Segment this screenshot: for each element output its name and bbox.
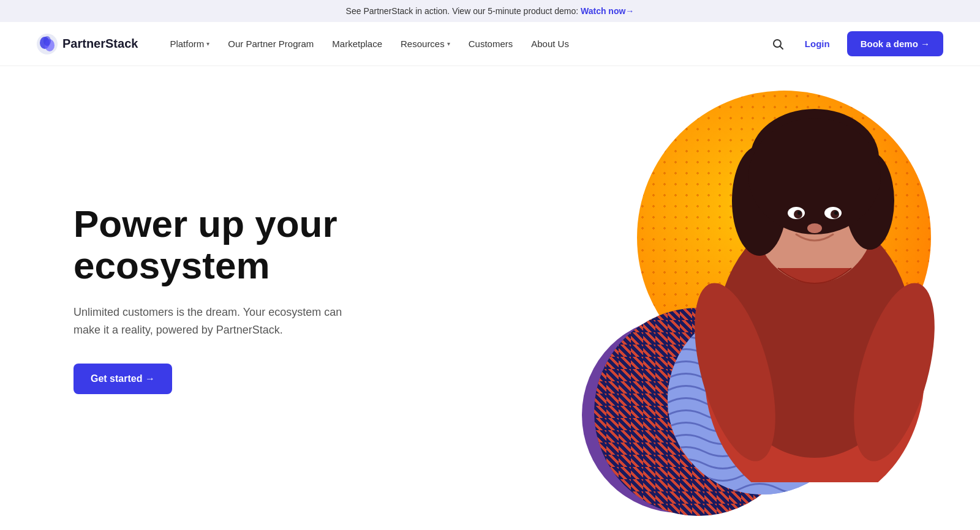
- nav-links: Platform ▾ Our Partner Program Marketpla…: [162, 34, 767, 54]
- svg-point-14: [748, 118, 881, 234]
- nav-item-customers[interactable]: Customers: [461, 34, 521, 54]
- chevron-down-icon: ▾: [447, 40, 450, 47]
- banner-link[interactable]: Watch now→: [581, 6, 634, 16]
- hero-section: Power up your ecosystem Unlimited custom…: [0, 66, 980, 530]
- nav-item-marketplace[interactable]: Marketplace: [325, 34, 390, 54]
- hero-subtitle: Unlimited customers is the dream. Your e…: [74, 304, 343, 339]
- nav-link-marketplace[interactable]: Marketplace: [325, 34, 390, 54]
- get-started-button[interactable]: Get started →: [74, 364, 172, 394]
- person-image: [674, 78, 956, 482]
- navigation: PartnerStack Platform ▾ Our Partner Prog…: [0, 22, 980, 66]
- nav-right: Login Book a demo →: [768, 31, 943, 56]
- book-demo-button[interactable]: Book a demo →: [847, 31, 943, 56]
- nav-link-resources[interactable]: Resources ▾: [393, 34, 458, 54]
- nav-link-customers[interactable]: Customers: [461, 34, 521, 54]
- logo-text: PartnerStack: [62, 37, 138, 51]
- hero-visual: [545, 78, 980, 519]
- hero-title: Power up your ecosystem: [74, 203, 343, 286]
- top-banner: See PartnerStack in action. View our 5-m…: [0, 0, 980, 22]
- svg-point-3: [43, 36, 51, 46]
- svg-line-5: [780, 46, 783, 49]
- nav-item-about-us[interactable]: About Us: [524, 34, 576, 54]
- svg-point-21: [807, 223, 822, 233]
- svg-point-20: [834, 211, 838, 215]
- search-icon: [772, 38, 784, 50]
- hero-content: Power up your ecosystem Unlimited custom…: [0, 166, 380, 431]
- svg-point-19: [797, 211, 801, 215]
- nav-link-about-us[interactable]: About Us: [524, 34, 576, 54]
- logo-icon: [37, 34, 58, 54]
- nav-item-resources[interactable]: Resources ▾: [393, 34, 458, 54]
- nav-link-platform[interactable]: Platform ▾: [162, 34, 217, 54]
- banner-text: See PartnerStack in action. View our 5-m…: [346, 6, 579, 16]
- chevron-down-icon: ▾: [206, 40, 209, 47]
- search-button[interactable]: [768, 34, 788, 54]
- nav-link-partner-program[interactable]: Our Partner Program: [221, 34, 321, 54]
- person-svg: [674, 78, 956, 482]
- nav-item-platform[interactable]: Platform ▾: [162, 34, 217, 54]
- nav-item-partner-program[interactable]: Our Partner Program: [221, 34, 321, 54]
- login-button[interactable]: Login: [797, 34, 837, 54]
- logo[interactable]: PartnerStack: [37, 34, 138, 54]
